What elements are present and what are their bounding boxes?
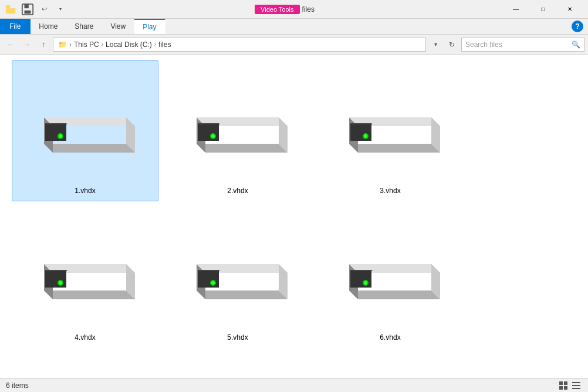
svg-rect-56 xyxy=(564,386,567,390)
svg-marker-18 xyxy=(198,123,220,124)
svg-point-28 xyxy=(364,134,367,138)
svg-marker-5 xyxy=(44,144,135,153)
back-button[interactable]: ← xyxy=(4,38,18,52)
file-item-5[interactable]: 5.vhdx xyxy=(164,207,311,348)
maximize-button[interactable]: □ xyxy=(529,0,556,19)
status-bar: 6 items xyxy=(0,378,588,392)
qat-undo[interactable]: ↩ xyxy=(38,3,50,16)
window-title: files xyxy=(302,5,315,13)
minimize-button[interactable]: — xyxy=(502,0,529,19)
qat-dropdown[interactable]: ▾ xyxy=(54,3,67,16)
file-label-6: 6.vhdx xyxy=(380,333,400,342)
file-icon-5 xyxy=(179,235,296,329)
status-item-count: 6 items xyxy=(6,381,29,390)
svg-marker-26 xyxy=(350,123,373,124)
tab-view[interactable]: View xyxy=(102,19,134,34)
svg-marker-21 xyxy=(349,144,440,153)
svg-rect-3 xyxy=(25,4,29,8)
qat-save[interactable] xyxy=(21,3,34,16)
main-area: 1.vhdx 2.vhdx 3.vhdx xyxy=(0,55,588,378)
file-item-1[interactable]: 1.vhdx xyxy=(12,60,158,201)
svg-rect-55 xyxy=(559,386,563,390)
address-dropdown[interactable]: ▾ xyxy=(428,38,442,52)
file-item-4[interactable]: 4.vhdx xyxy=(12,207,158,348)
svg-marker-49 xyxy=(350,270,371,288)
tab-share[interactable]: Share xyxy=(66,19,102,34)
view-large-icons[interactable] xyxy=(557,380,569,391)
svg-rect-57 xyxy=(572,382,580,383)
file-icon-2 xyxy=(179,88,296,182)
file-grid: 1.vhdx 2.vhdx 3.vhdx xyxy=(0,55,588,378)
svg-rect-0 xyxy=(6,5,10,8)
svg-marker-41 xyxy=(198,270,219,288)
file-label-1: 1.vhdx xyxy=(75,187,95,195)
window-controls: — □ ✕ xyxy=(502,0,583,19)
address-folder-icon: 📁 xyxy=(58,40,67,49)
search-box[interactable]: 🔍 xyxy=(461,38,584,52)
view-details[interactable] xyxy=(570,380,582,391)
svg-marker-13 xyxy=(197,144,288,153)
ribbon: File Home Share View Play ? xyxy=(0,19,588,35)
search-input[interactable] xyxy=(465,40,569,49)
svg-marker-9 xyxy=(45,123,66,141)
svg-marker-33 xyxy=(45,270,66,288)
svg-marker-10 xyxy=(45,123,67,124)
file-label-4: 4.vhdx xyxy=(75,333,95,342)
svg-rect-54 xyxy=(564,381,567,385)
file-icon-4 xyxy=(26,235,144,329)
file-icon-6 xyxy=(332,235,449,329)
svg-marker-25 xyxy=(350,123,371,141)
title-bar-icons: ↩ ▾ xyxy=(5,3,67,16)
file-label-3: 3.vhdx xyxy=(380,187,400,195)
svg-marker-50 xyxy=(350,270,373,271)
file-label-5: 5.vhdx xyxy=(227,333,248,342)
title-bar: ↩ ▾ Video Tools files — □ ✕ xyxy=(0,0,588,19)
svg-point-12 xyxy=(59,134,62,138)
svg-point-20 xyxy=(211,134,215,138)
svg-point-44 xyxy=(211,281,215,285)
search-icon: 🔍 xyxy=(572,40,580,49)
svg-marker-29 xyxy=(44,290,135,299)
svg-marker-34 xyxy=(45,270,67,271)
file-item-2[interactable]: 2.vhdx xyxy=(164,60,311,201)
svg-rect-1 xyxy=(6,8,16,13)
path-local-disk[interactable]: Local Disk (C:) xyxy=(106,40,152,49)
svg-point-52 xyxy=(364,281,367,285)
up-button[interactable]: ↑ xyxy=(36,38,50,52)
address-path[interactable]: 📁 › This PC › Local Disk (C:) › files xyxy=(53,38,426,52)
path-this-pc[interactable]: This PC xyxy=(74,40,99,49)
ribbon-tabs: File Home Share View Play ? xyxy=(0,19,588,34)
file-icon-1 xyxy=(26,88,144,182)
file-item-6[interactable]: 6.vhdx xyxy=(317,207,464,348)
close-button[interactable]: ✕ xyxy=(556,0,583,19)
help-button[interactable]: ? xyxy=(572,21,583,32)
refresh-button[interactable]: ↻ xyxy=(445,38,459,52)
tab-play[interactable]: Play xyxy=(134,19,165,34)
svg-point-36 xyxy=(59,281,62,285)
file-item-3[interactable]: 3.vhdx xyxy=(317,60,464,201)
path-files[interactable]: files xyxy=(158,40,171,49)
file-label-2: 2.vhdx xyxy=(227,187,248,195)
svg-rect-59 xyxy=(572,388,580,389)
tab-file[interactable]: File xyxy=(0,19,31,34)
address-bar: ← → ↑ 📁 › This PC › Local Disk (C:) › fi… xyxy=(0,35,588,55)
svg-marker-42 xyxy=(198,270,220,271)
svg-marker-17 xyxy=(198,123,219,141)
tab-home[interactable]: Home xyxy=(31,19,66,34)
svg-marker-45 xyxy=(349,290,440,299)
file-icon-3 xyxy=(332,88,449,182)
video-tools-badge: Video Tools xyxy=(255,5,299,14)
title-text: Video Tools files xyxy=(67,5,502,14)
svg-rect-53 xyxy=(559,381,563,385)
svg-rect-4 xyxy=(25,10,31,13)
view-toggle xyxy=(557,380,582,391)
qat-back[interactable] xyxy=(5,3,18,16)
svg-marker-37 xyxy=(197,290,288,299)
svg-rect-58 xyxy=(572,385,580,386)
forward-button[interactable]: → xyxy=(20,38,34,52)
